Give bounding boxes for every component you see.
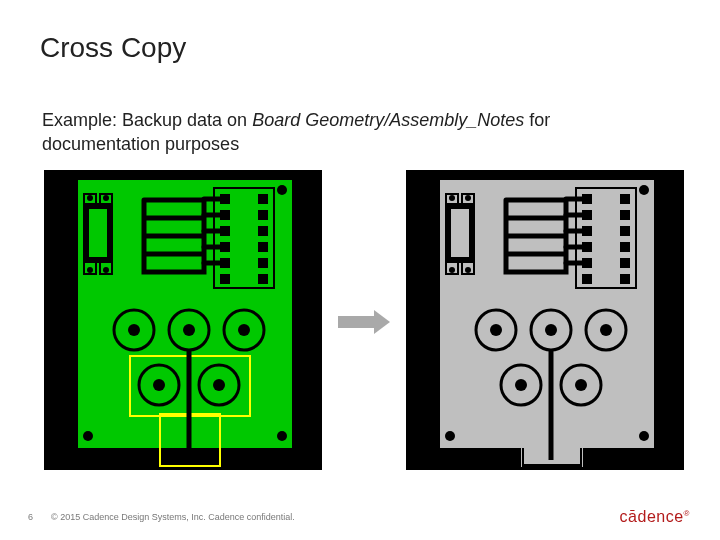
svg-point-33 bbox=[153, 379, 165, 391]
svg-point-9 bbox=[103, 195, 109, 201]
pcb-result bbox=[406, 170, 684, 470]
svg-rect-49 bbox=[448, 206, 472, 260]
svg-rect-24 bbox=[258, 274, 268, 284]
svg-point-73 bbox=[490, 324, 502, 336]
svg-point-51 bbox=[449, 195, 455, 201]
logo-text: cādence bbox=[620, 508, 684, 525]
logo-mark: ® bbox=[684, 509, 690, 518]
svg-point-8 bbox=[87, 195, 93, 201]
svg-point-78 bbox=[445, 431, 455, 441]
svg-point-74 bbox=[545, 324, 557, 336]
copyright-text: © 2015 Cadence Design Systems, Inc. Cade… bbox=[51, 512, 295, 522]
page-number: 6 bbox=[28, 512, 33, 522]
figure-stage bbox=[44, 170, 684, 470]
svg-rect-63 bbox=[620, 210, 630, 220]
svg-point-30 bbox=[128, 324, 140, 336]
svg-rect-19 bbox=[258, 194, 268, 204]
svg-rect-66 bbox=[620, 258, 630, 268]
svg-rect-67 bbox=[620, 274, 630, 284]
svg-point-36 bbox=[83, 431, 93, 441]
svg-rect-20 bbox=[258, 210, 268, 220]
svg-point-31 bbox=[183, 324, 195, 336]
panel-source bbox=[44, 170, 322, 470]
pcb-source bbox=[44, 170, 322, 470]
svg-point-54 bbox=[465, 267, 471, 273]
arrow-icon bbox=[338, 310, 392, 334]
cadence-logo: cādence® bbox=[620, 508, 690, 526]
svg-point-37 bbox=[277, 431, 287, 441]
svg-rect-21 bbox=[258, 226, 268, 236]
slide-title: Cross Copy bbox=[40, 32, 186, 64]
slide-subtitle: Example: Backup data on Board Geometry/A… bbox=[42, 108, 662, 157]
svg-rect-22 bbox=[258, 242, 268, 252]
subtitle-pre: Example: Backup data on bbox=[42, 110, 252, 130]
svg-rect-64 bbox=[620, 226, 630, 236]
svg-rect-6 bbox=[86, 206, 110, 260]
svg-point-76 bbox=[515, 379, 527, 391]
svg-point-11 bbox=[103, 267, 109, 273]
svg-point-79 bbox=[639, 431, 649, 441]
svg-rect-61 bbox=[582, 274, 592, 284]
svg-point-38 bbox=[277, 185, 287, 195]
svg-point-52 bbox=[465, 195, 471, 201]
svg-point-80 bbox=[639, 185, 649, 195]
svg-point-53 bbox=[449, 267, 455, 273]
subtitle-italic: Board Geometry/Assembly_Notes bbox=[252, 110, 524, 130]
svg-point-10 bbox=[87, 267, 93, 273]
panel-result bbox=[406, 170, 684, 470]
svg-point-75 bbox=[600, 324, 612, 336]
svg-rect-62 bbox=[620, 194, 630, 204]
svg-rect-65 bbox=[620, 242, 630, 252]
svg-rect-18 bbox=[220, 274, 230, 284]
svg-point-34 bbox=[213, 379, 225, 391]
footer: 6 © 2015 Cadence Design Systems, Inc. Ca… bbox=[28, 512, 295, 522]
svg-rect-23 bbox=[258, 258, 268, 268]
svg-point-77 bbox=[575, 379, 587, 391]
svg-point-32 bbox=[238, 324, 250, 336]
